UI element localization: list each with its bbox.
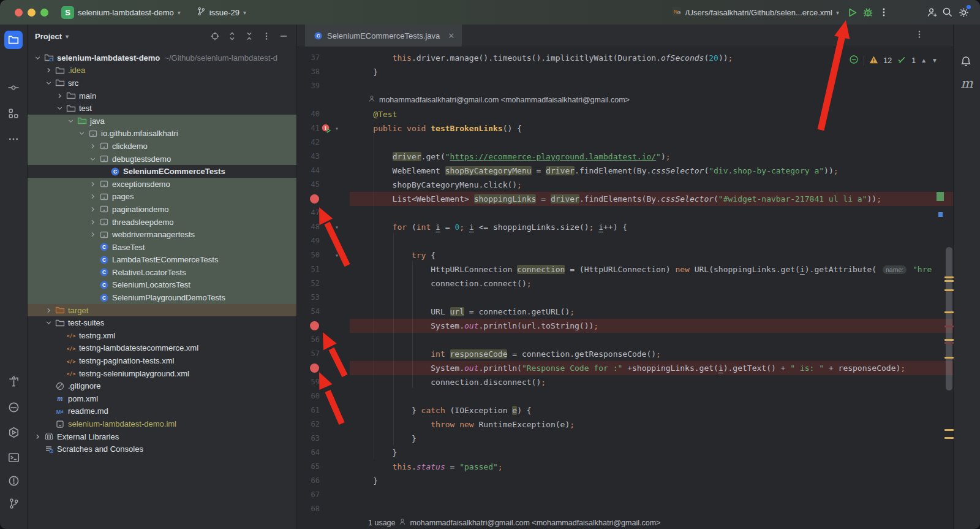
debug-button[interactable]: [860, 4, 876, 20]
code-area[interactable]: 37 this.driver.manage().timeouts().impli…: [297, 47, 954, 529]
tree-item-testng-pagination-tests-xml[interactable]: </>testng-pagination-tests.xml: [28, 354, 296, 367]
gutter[interactable]: [297, 192, 350, 206]
tree-item-lambdatestecommercetests[interactable]: CLambdaTestECommerceTests: [28, 254, 296, 267]
tree-item-target[interactable]: target: [28, 304, 296, 317]
chevron-down-icon[interactable]: [77, 129, 87, 137]
tree-item-debugtestsdemo[interactable]: debugtestsdemo: [28, 153, 296, 166]
chevron-right-icon[interactable]: [32, 433, 43, 441]
commit-tool-button[interactable]: [4, 78, 23, 97]
tree-item-selenium-lambdatest-demo[interactable]: selenium-lambdatest-demo~/Github/seleniu…: [28, 51, 296, 64]
tree-item-io-github-mfaisalkhatri[interactable]: io.github.mfaisalkhatri: [28, 127, 296, 140]
more-actions-button[interactable]: [876, 4, 892, 20]
fold-chevron-icon[interactable]: ▾: [335, 220, 339, 234]
gutter[interactable]: [297, 361, 350, 375]
tree-item-relativelocatortests[interactable]: CRelativeLocatorTests: [28, 266, 296, 279]
expand-all-button[interactable]: [224, 28, 240, 44]
tree-item-exceptionsdemo[interactable]: exceptionsdemo: [28, 178, 296, 191]
gutter[interactable]: 65: [297, 460, 350, 474]
fold-chevron-icon[interactable]: ▾: [335, 403, 339, 417]
gutter[interactable]: 44: [297, 164, 350, 178]
tab-selenium-ecommerce-tests[interactable]: C SeleniumECommerceTests.java ✕: [305, 25, 462, 47]
chevron-right-icon[interactable]: [43, 306, 54, 314]
collapse-all-button[interactable]: [241, 28, 257, 44]
tree-item-testng-xml[interactable]: </>testng.xml: [28, 329, 296, 342]
gutter[interactable]: 47: [297, 206, 350, 220]
tree-item--gitignore[interactable]: .gitignore: [28, 379, 296, 392]
gutter[interactable]: 40: [297, 107, 350, 121]
editor-scrollbar[interactable]: [946, 247, 952, 390]
breakpoint-icon[interactable]: [310, 194, 319, 204]
tree-item--idea[interactable]: .idea: [28, 64, 296, 77]
prev-problem-icon[interactable]: ▲: [921, 57, 927, 64]
branch-widget[interactable]: issue-29 ▾: [192, 4, 251, 20]
notifications-button[interactable]: [960, 55, 972, 70]
gutter[interactable]: 49: [297, 234, 350, 248]
tree-item-basetest[interactable]: CBaseTest: [28, 241, 296, 254]
build-tool-button[interactable]: [4, 372, 23, 390]
tree-item-clickdemo[interactable]: clickdemo: [28, 140, 296, 153]
gutter[interactable]: 52: [297, 276, 350, 291]
run-button[interactable]: [844, 4, 860, 20]
chevron-right-icon[interactable]: [88, 230, 98, 238]
chevron-right-icon[interactable]: [43, 66, 54, 74]
run-configuration-widget[interactable]: NG /Users/faisalkhatri/Github/selen...er…: [666, 4, 844, 21]
more-tool-windows-button[interactable]: [4, 130, 23, 148]
gutter[interactable]: 60: [297, 389, 350, 403]
structure-tool-button[interactable]: [4, 104, 23, 123]
chevron-right-icon[interactable]: [88, 205, 98, 213]
run-tool-button[interactable]: [4, 423, 23, 441]
settings-button[interactable]: [956, 4, 971, 20]
gutter[interactable]: 61▾: [297, 403, 350, 417]
gutter[interactable]: 68: [297, 502, 350, 516]
tree-item-test[interactable]: test: [28, 102, 296, 115]
tree-item-testng-lambdatestecommerce-xml[interactable]: </>testng-lambdatestecommerce.xml: [28, 342, 296, 355]
chevron-right-icon[interactable]: [88, 142, 98, 150]
tab-list-button[interactable]: [914, 29, 924, 42]
tree-item-test-suites[interactable]: test-suites: [28, 316, 296, 329]
tree-item-webdrivermanagertests[interactable]: webdrivermanagertests: [28, 228, 296, 241]
services-tool-button[interactable]: [4, 398, 23, 416]
close-window-button[interactable]: [15, 9, 23, 17]
tree-item-pom-xml[interactable]: mpom.xml: [28, 392, 296, 405]
tree-item-scratches-and-consoles[interactable]: Scratches and Consoles: [28, 443, 296, 455]
next-problem-icon[interactable]: ▼: [932, 57, 938, 64]
tree-item-selenium-lambdatest-demo-iml[interactable]: selenium-lambdatest-demo.iml: [28, 417, 296, 430]
tree-item-seleniumecommercetests[interactable]: CSeleniumECommerceTests: [28, 165, 296, 178]
window-controls[interactable]: [15, 9, 56, 17]
gutter[interactable]: [297, 516, 350, 529]
gutter[interactable]: 67: [297, 488, 350, 502]
tree-item-seleniumplaygrounddemotests[interactable]: CSeleniumPlaygroundDemoTests: [28, 291, 296, 304]
maven-tool-button[interactable]: m: [954, 76, 980, 91]
gutter[interactable]: 48▾: [297, 220, 350, 234]
close-tab-icon[interactable]: ✕: [448, 31, 454, 40]
chevron-down-icon[interactable]: [88, 155, 98, 163]
inspections-widget[interactable]: 12 1 ▲ ▼: [849, 55, 938, 66]
project-tool-button[interactable]: [4, 31, 23, 49]
gutter[interactable]: 38: [297, 65, 350, 79]
gutter[interactable]: 37: [297, 51, 350, 65]
tree-item-external-libraries[interactable]: External Libraries: [28, 430, 296, 443]
problems-tool-button[interactable]: [4, 471, 23, 490]
gutter[interactable]: 66: [297, 474, 350, 488]
minimize-window-button[interactable]: [28, 9, 36, 17]
gutter[interactable]: [297, 319, 350, 333]
select-opened-file-button[interactable]: [207, 28, 223, 44]
gutter[interactable]: 54: [297, 305, 350, 319]
tree-item-threadsleepdemo[interactable]: threadsleepdemo: [28, 216, 296, 229]
chevron-down-icon[interactable]: [66, 117, 76, 125]
search-everywhere-button[interactable]: [940, 4, 956, 20]
gutter[interactable]: 43: [297, 150, 350, 164]
code-with-me-button[interactable]: [924, 4, 940, 20]
chevron-down-icon[interactable]: [43, 79, 54, 87]
chevron-right-icon[interactable]: [88, 192, 98, 200]
author-annotation[interactable]: mohammadfaisalkhatri@gmail.com <mohammad…: [350, 93, 630, 107]
tree-item-java[interactable]: java: [28, 115, 296, 127]
tree-item-src[interactable]: src: [28, 77, 296, 89]
chevron-right-icon[interactable]: [55, 92, 65, 100]
chevron-right-icon[interactable]: [88, 180, 98, 188]
chevron-right-icon[interactable]: [88, 218, 98, 226]
chevron-down-icon[interactable]: [43, 319, 54, 327]
tree-item-pages[interactable]: pages: [28, 191, 296, 204]
gutter[interactable]: 57: [297, 347, 350, 361]
gutter[interactable]: 62: [297, 417, 350, 432]
